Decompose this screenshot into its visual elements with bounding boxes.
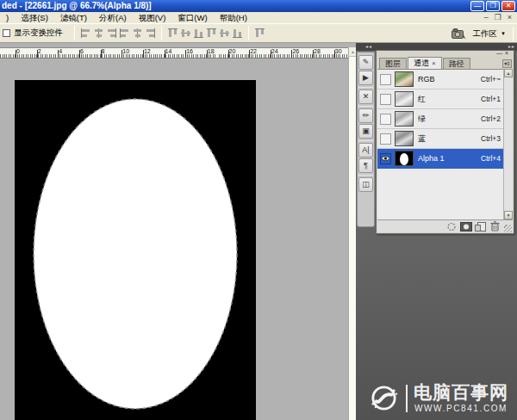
pc841-logo-icon [370, 384, 398, 412]
restore-window-button[interactable]: ❐ [486, 1, 500, 11]
panel-scroll-up-icon[interactable]: ▲ [504, 69, 513, 77]
layer-comps-panel-icon[interactable]: ◫ [358, 177, 373, 192]
align-right-edges-icon[interactable] [145, 28, 156, 39]
save-selection-icon [460, 222, 472, 232]
minimize-window-button[interactable]: — [470, 1, 484, 11]
create-new-channel-button[interactable] [473, 221, 488, 232]
tool-presets-panel-icon[interactable]: ✕ [358, 90, 373, 104]
channel-thumbnail-blue[interactable] [395, 131, 414, 146]
alpha-channel-image [15, 80, 256, 420]
options-separator [248, 26, 249, 40]
distribute-right-edges-icon[interactable] [232, 28, 243, 39]
ruler-number: 8 [102, 48, 105, 54]
window-title: ded - [22661.jpg @ 66.7%(Alpha 1/8)] [2, 1, 152, 10]
auto-align-layers-icon[interactable] [254, 28, 265, 39]
menu-item-5[interactable]: 窗口(W) [171, 12, 213, 23]
doc-close-button[interactable]: × [508, 12, 512, 22]
load-channel-as-selection-button[interactable] [444, 221, 458, 232]
channel-row-alpha[interactable]: Alpha 1Ctrl+4 [377, 149, 513, 169]
channel-thumbnail-red[interactable] [395, 91, 414, 107]
channel-thumbnail-rgb[interactable] [395, 71, 414, 87]
load-selection-icon [446, 222, 457, 232]
panel-scroll-down-icon[interactable]: ▼ [504, 211, 513, 219]
strip-separator [358, 106, 373, 107]
panel-scrollbar[interactable]: ▲ ▼ [503, 69, 513, 219]
brush-panel-icon[interactable]: ✏ [358, 108, 373, 123]
channel-shortcut: Ctrl+4 [481, 154, 501, 163]
panel-resize-grip[interactable] [504, 225, 512, 232]
channel-row-blue[interactable]: 蓝Ctrl+3 [377, 129, 513, 149]
panel-menu-icon[interactable]: ▾≡ [502, 59, 512, 68]
document-window-controls: – ❐ × [484, 12, 512, 22]
menu-item-2[interactable]: 滤镜(T) [54, 12, 93, 23]
paragraph-panel-icon[interactable]: ¶ [358, 158, 373, 173]
tab-channels[interactable]: 通道× [408, 57, 442, 69]
align-left-edges-icon[interactable] [119, 28, 130, 39]
distribute-left-edges-icon[interactable] [206, 28, 217, 39]
delete-channel-button[interactable] [488, 221, 502, 232]
doc-restore-button[interactable]: ❐ [495, 12, 501, 22]
workspace-button[interactable]: 工作区 [473, 28, 498, 40]
window-title-bar: ded - [22661.jpg @ 66.7%(Alpha 1/8)] — ❐… [0, 0, 517, 12]
close-window-button[interactable]: ✕ [501, 1, 515, 11]
visibility-well[interactable] [380, 153, 391, 164]
document-vertical-scrollbar[interactable]: ▲ [348, 47, 356, 420]
panel-minimize-close-icons[interactable]: —× [496, 50, 511, 56]
menu-item-0[interactable]: ) [0, 12, 15, 23]
workspace-cluster: 工作区 ▼ [451, 24, 514, 43]
strip-separator [358, 87, 373, 88]
distribute-horizontal-centers-icon[interactable] [219, 28, 230, 39]
panel-minimize-icon[interactable]: — [496, 50, 505, 56]
distribute-top-edges-icon[interactable] [167, 28, 178, 39]
panel-tabs: 图层通道×路径▾≡ [377, 58, 514, 69]
distribute-vertical-centers-icon[interactable] [180, 28, 191, 39]
channel-shortcut: Ctrl+2 [481, 114, 501, 123]
workspace-dropdown-arrow-icon[interactable]: ▼ [501, 31, 506, 36]
channel-shortcut: Ctrl+~ [481, 75, 501, 83]
collapse-dock-right-icon[interactable]: ►► [508, 44, 514, 49]
ruler-number: 0 [16, 48, 20, 54]
visibility-well[interactable] [380, 133, 391, 145]
visibility-well[interactable] [380, 74, 391, 85]
menu-item-6[interactable]: 帮助(H) [214, 12, 253, 23]
clone-source-panel-icon[interactable]: ▶ [358, 71, 373, 85]
visibility-well[interactable] [380, 114, 391, 125]
align-top-edges-icon[interactable] [80, 28, 91, 39]
panel-close-icon[interactable]: × [505, 50, 511, 56]
ruler-number: 20 [229, 48, 236, 54]
channel-thumbnail-green[interactable] [395, 111, 414, 127]
tab-paths[interactable]: 路径 [443, 58, 470, 69]
channel-row-rgb[interactable]: RGBCtrl+~ [377, 70, 513, 90]
ruler-number: 30 [335, 48, 342, 54]
save-selection-as-channel-button[interactable] [458, 221, 473, 232]
ruler-number: 18 [208, 48, 215, 54]
channel-row-green[interactable]: 绿Ctrl+2 [377, 109, 513, 129]
collapse-dock-left-icon[interactable]: ◄◄ [364, 44, 371, 49]
channel-list: RGBCtrl+~红Ctrl+1绿Ctrl+2蓝Ctrl+3Alpha 1Ctr… [377, 69, 513, 219]
brushes-panel-icon[interactable]: ✎ [358, 55, 373, 70]
menu-item-3[interactable]: 分析(A) [93, 12, 133, 23]
channel-shortcut: Ctrl+3 [481, 134, 501, 143]
channel-thumbnail-alpha[interactable] [395, 151, 414, 166]
show-transform-controls-checkbox[interactable] [3, 29, 10, 37]
align-horizontal-centers-icon[interactable] [132, 28, 143, 39]
tab-layers[interactable]: 图层 [379, 58, 407, 69]
channel-row-red[interactable]: 红Ctrl+1 [377, 90, 513, 109]
stamp-panel-icon[interactable]: ▣ [358, 124, 373, 139]
menu-item-4[interactable]: 视图(V) [133, 12, 172, 23]
menu-item-1[interactable]: 选择(S) [15, 12, 54, 23]
bridge-camera-icon [452, 28, 466, 40]
menu-bar: )选择(S)滤镜(T)分析(A)视图(V)窗口(W)帮助(H) – ❐ × [0, 12, 517, 23]
align-bottom-edges-icon[interactable] [106, 28, 117, 39]
distribute-bottom-edges-icon[interactable] [193, 28, 204, 39]
align-vertical-centers-icon[interactable] [93, 28, 104, 39]
doc-minimize-button[interactable]: – [484, 12, 489, 22]
visibility-well[interactable] [380, 94, 391, 105]
ruler-number: 22 [250, 48, 257, 54]
go-to-bridge-button[interactable] [451, 27, 468, 40]
character-panel-icon[interactable]: A| [358, 143, 373, 158]
trash-icon [490, 221, 500, 232]
panel-title-strip: —× [377, 51, 514, 58]
tab-close-icon[interactable]: × [432, 59, 436, 67]
work-area: 024681012141618202224262830 ▲ ◄◄ ►► ✎▶✕✏… [0, 43, 517, 420]
